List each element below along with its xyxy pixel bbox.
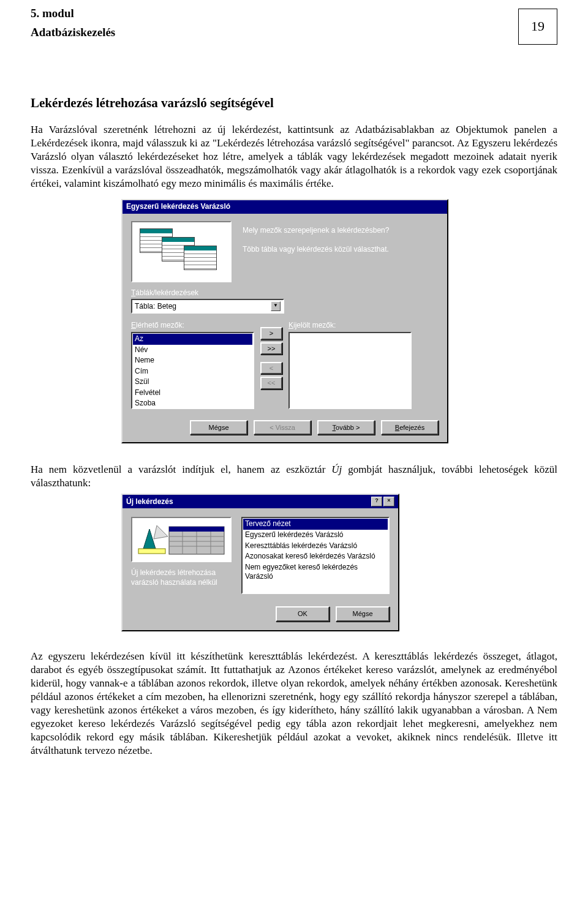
svg-marker-10	[154, 525, 168, 539]
list-item[interactable]: Tervező nézet	[243, 519, 388, 530]
module-title: Adatbáziskezelés	[31, 25, 557, 40]
add-all-fields-button[interactable]: >>	[260, 342, 282, 355]
list-item[interactable]: Felvétel	[133, 388, 252, 399]
new-query-dialog: Új lekérdezés ? ×	[121, 494, 399, 631]
available-fields-list[interactable]: Az Név Neme Cím Szül Felvétel Szoba	[131, 332, 254, 409]
ok-button[interactable]: OK	[276, 606, 330, 621]
next-button[interactable]: Tovább >Tovább >	[317, 420, 375, 435]
page-header: 5. modul Adatbáziskezelés 19	[31, 6, 557, 40]
close-icon[interactable]: ×	[383, 497, 394, 506]
cancel-button[interactable]: Mégse	[336, 606, 390, 621]
new-query-titlebar: Új lekérdezés ? ×	[123, 495, 398, 508]
cancel-button[interactable]: Mégse	[190, 420, 247, 435]
wizard-dialog: Egyszerű lekérdezés Varázsló Mely mezők …	[121, 199, 448, 443]
list-item[interactable]: Név	[133, 345, 252, 356]
chevron-down-icon[interactable]: ▼	[271, 301, 281, 311]
table-dropdown-value: Tábla: Beteg	[135, 302, 176, 312]
list-item[interactable]: Szül	[133, 377, 252, 388]
new-query-caption: Új lekérdezés létrehozása varázsló haszn…	[131, 568, 232, 587]
list-item[interactable]: Neme	[133, 355, 252, 366]
module-label: 5. modul	[31, 6, 557, 21]
selected-fields-list[interactable]	[288, 332, 412, 409]
remove-field-button[interactable]: <	[260, 362, 282, 374]
add-field-button[interactable]: >	[260, 327, 282, 339]
page-number: 19	[518, 9, 557, 45]
tables-label: TTáblák/lekérdezésekáblák/lekérdezések	[131, 288, 439, 298]
new-query-illustration	[131, 517, 232, 562]
list-item[interactable]: Kereszttáblás lekérdezés Varázsló	[243, 541, 388, 552]
new-query-options-list[interactable]: Tervező nézet Egyszerű lekérdezés Varázs…	[241, 517, 390, 594]
selected-fields-label: Kijelölt mezők:Kijelölt mezők:	[288, 321, 412, 331]
list-item[interactable]: Azonosakat kereső lekérdezés Varázsló	[243, 551, 388, 562]
list-item[interactable]: Szoba	[133, 398, 252, 408]
list-item[interactable]: Cím	[133, 366, 252, 377]
help-icon[interactable]: ?	[371, 497, 382, 506]
finish-button[interactable]: BefejezésBefejezés	[381, 420, 439, 435]
wizard-hint: Több tábla vagy lekérdezés közül választ…	[243, 244, 389, 255]
svg-rect-9	[138, 549, 165, 554]
table-dropdown[interactable]: Tábla: Beteg ▼	[131, 299, 284, 314]
list-item[interactable]: Az	[133, 334, 252, 345]
list-item[interactable]: Egyszerű lekérdezés Varázsló	[243, 530, 388, 541]
section-title: Lekérdezés létrehozása varázsló segítség…	[31, 95, 557, 111]
wizard-question: Mely mezők szerepeljenek a lekérdezésben…	[243, 225, 389, 236]
new-query-title: Új lekérdezés	[126, 497, 173, 507]
paragraph-3: Az egyszeru lekérdezésen kívül itt készí…	[31, 650, 557, 758]
back-button[interactable]: < Vissza	[254, 420, 311, 435]
wizard-titlebar: Egyszerű lekérdezés Varázsló	[123, 200, 447, 214]
list-item[interactable]: Nem egyezőket kereső lekérdezés Varázsló	[243, 562, 388, 582]
paragraph-1: Ha Varázslóval szeretnénk létrehozni az …	[31, 123, 557, 190]
remove-all-fields-button[interactable]: <<	[260, 377, 282, 389]
svg-rect-1	[169, 527, 224, 532]
wizard-title: Egyszerű lekérdezés Varázsló	[126, 202, 230, 212]
available-fields-label: Elérhető mezők:Elérhető mezők:	[131, 321, 254, 331]
paragraph-2: Ha nem közvetlenül a varázslót indítjuk …	[31, 463, 557, 490]
wizard-illustration	[131, 221, 232, 282]
